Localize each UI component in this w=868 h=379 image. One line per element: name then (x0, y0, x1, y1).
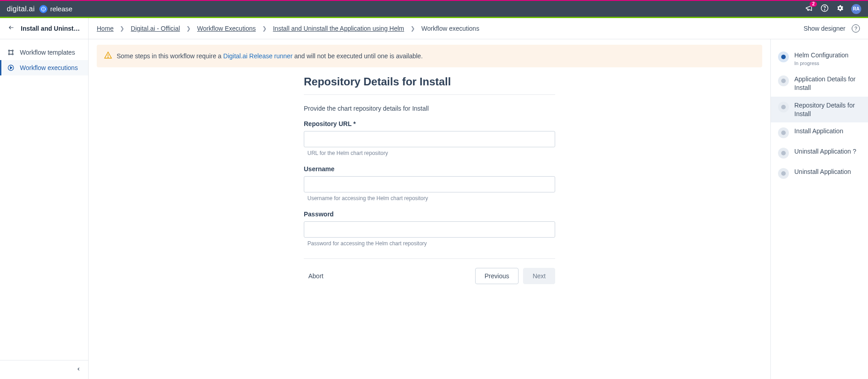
step-repo-details-install[interactable]: Repository Details for Install (771, 97, 868, 123)
svg-point-5 (9, 54, 10, 55)
svg-point-3 (9, 50, 10, 51)
form: Repository Details for Install Provide t… (304, 75, 555, 284)
username-input[interactable] (304, 176, 555, 192)
previous-button[interactable]: Previous (475, 268, 519, 284)
warning-icon (104, 51, 112, 61)
notif-badge: 2 (810, 1, 817, 7)
step-dot-icon (778, 102, 789, 112)
warning-banner: Some steps in this workflow require a Di… (97, 45, 762, 67)
step-label: Install Application (794, 127, 843, 136)
username-help: Username for accessing the Helm chart re… (304, 195, 555, 201)
abort-button[interactable]: Abort (304, 270, 328, 282)
step-label: Application Details for Install (794, 75, 861, 92)
chevron-right-icon: ❯ (186, 25, 191, 32)
top-actions: Show designer ? (803, 24, 860, 33)
back-arrow-icon[interactable] (7, 24, 15, 33)
sidebar-collapse-button[interactable] (0, 360, 88, 379)
step-dot-icon (778, 148, 789, 159)
step-install-application[interactable]: Install Application (771, 122, 868, 143)
nav-buttons: Previous Next (475, 268, 555, 284)
password-help: Password for accessing the Helm chart re… (304, 240, 555, 247)
divider (304, 94, 555, 95)
content-row: Some steps in this workflow require a Di… (89, 39, 868, 379)
step-label: Uninstall Application ? (794, 147, 856, 156)
divider (304, 258, 555, 259)
step-dot-icon (778, 168, 789, 179)
next-button[interactable]: Next (523, 268, 555, 284)
breadcrumb-bar: Home ❯ Digital.ai - Official ❯ Workflow … (89, 18, 868, 39)
crumb-home[interactable]: Home (97, 25, 113, 32)
repo-url-input[interactable] (304, 131, 555, 147)
product-name: release (50, 5, 72, 13)
username-label: Username (304, 165, 555, 173)
password-input[interactable] (304, 221, 555, 238)
chevron-right-icon: ❯ (262, 25, 267, 32)
settings-icon[interactable] (836, 4, 844, 14)
step-uninstall-question[interactable]: Uninstall Application ? (771, 143, 868, 163)
help-icon[interactable] (821, 4, 829, 14)
breadcrumbs: Home ❯ Digital.ai - Official ❯ Workflow … (97, 25, 479, 32)
field-repository-url: Repository URL * URL for the Helm chart … (304, 120, 555, 156)
templates-icon (7, 49, 14, 56)
sidebar: Install and Uninstall th… Workflow templ… (0, 18, 89, 379)
sidebar-item-label: Workflow executions (20, 64, 78, 71)
step-dot-icon (778, 51, 789, 62)
svg-point-8 (108, 57, 108, 57)
show-designer-link[interactable]: Show designer (803, 25, 845, 32)
topbar-left: digital.ai release (7, 5, 72, 13)
sidebar-item-workflow-executions[interactable]: Workflow executions (0, 60, 88, 75)
field-username: Username Username for accessing the Helm… (304, 165, 555, 201)
step-label: Helm Configuration (794, 51, 849, 60)
repo-url-help: URL for the Helm chart repository (304, 150, 555, 156)
step-app-details-install[interactable]: Application Details for Install (771, 70, 868, 97)
repo-url-label: Repository URL * (304, 120, 555, 127)
page-help-icon[interactable]: ? (852, 24, 860, 33)
executions-icon (7, 64, 14, 71)
sidebar-item-workflow-templates[interactable]: Workflow templates (0, 45, 88, 60)
sidebar-nav: Workflow templates Workflow executions (0, 39, 88, 81)
chevron-right-icon: ❯ (410, 25, 415, 32)
product-badge: release (39, 5, 72, 13)
chevron-right-icon: ❯ (120, 25, 124, 32)
sidebar-header: Install and Uninstall th… (0, 18, 88, 39)
layout: Install and Uninstall th… Workflow templ… (0, 18, 868, 379)
password-label: Password (304, 211, 555, 218)
crumb-current: Workflow executions (421, 25, 479, 32)
runner-link[interactable]: Digital.ai Release runner (223, 52, 292, 60)
sidebar-title: Install and Uninstall th… (21, 25, 81, 32)
svg-point-4 (12, 50, 14, 51)
crumb-folder[interactable]: Digital.ai - Official (131, 25, 180, 32)
svg-point-2 (824, 9, 825, 10)
sidebar-item-label: Workflow templates (20, 49, 75, 56)
announcements-icon[interactable]: 2 (805, 4, 813, 14)
step-uninstall-application[interactable]: Uninstall Application (771, 163, 868, 183)
topbar-right: 2 RA (805, 4, 861, 14)
center-column: Some steps in this workflow require a Di… (89, 39, 770, 379)
step-dot-icon (778, 127, 789, 138)
main: Home ❯ Digital.ai - Official ❯ Workflow … (89, 18, 868, 379)
step-helm-configuration[interactable]: Helm Configuration In progress (771, 47, 868, 70)
crumb-executions[interactable]: Workflow Executions (197, 25, 256, 32)
brand-logo: digital.ai (7, 5, 35, 13)
release-icon (39, 5, 47, 13)
form-actions: Abort Previous Next (304, 268, 555, 284)
step-label: Uninstall Application (794, 168, 851, 176)
crumb-workflow[interactable]: Install and Uninstall the Application us… (273, 25, 404, 32)
step-dot-icon (778, 75, 789, 86)
topbar: digital.ai release 2 RA (0, 0, 868, 18)
form-description: Provide the chart repository details for… (304, 105, 555, 112)
field-password: Password Password for accessing the Helm… (304, 211, 555, 247)
step-status: In progress (794, 61, 849, 66)
banner-text: Some steps in this workflow require a Di… (117, 52, 423, 60)
svg-point-6 (12, 54, 14, 55)
steps-panel: Helm Configuration In progress Applicati… (770, 39, 868, 379)
form-title: Repository Details for Install (304, 75, 555, 88)
step-label: Repository Details for Install (794, 101, 861, 118)
user-avatar[interactable]: RA (851, 4, 861, 14)
